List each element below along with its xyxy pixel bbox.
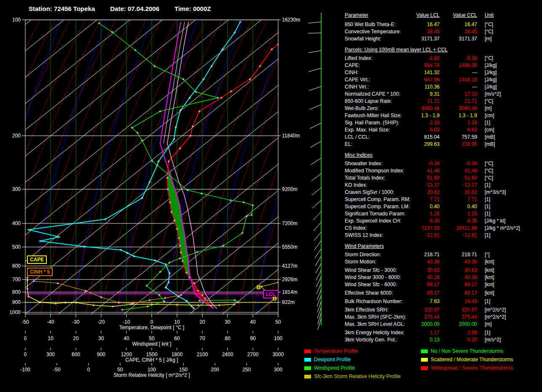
unit-label: [m] xyxy=(485,35,492,43)
value-lcl: 41.48 xyxy=(395,167,440,175)
table-header-row: ParameterValue LCLValue CCLUnit xyxy=(345,12,541,19)
altitude-label: 11840m xyxy=(282,133,300,139)
param-label: Sig. Hail Param. (SHIP): xyxy=(345,119,399,126)
value-ccl: 2.99 xyxy=(442,329,477,336)
value-lcl: 51.60 xyxy=(395,175,440,182)
windspeed-profile xyxy=(99,23,253,310)
value-lcl: 8.35 xyxy=(395,217,440,225)
value-lcl: 647.96 xyxy=(395,76,440,83)
windspeed-markers xyxy=(98,22,254,311)
wind-barb xyxy=(314,241,321,250)
wind-barb xyxy=(317,307,321,319)
unit-label: [mB] xyxy=(485,141,495,148)
param-label: Bulk Richardson Number: xyxy=(345,298,402,305)
table-row: 850-600 Lapse Rate:21.7121.71[°C] xyxy=(345,98,541,105)
unit-label: [1] xyxy=(485,329,490,336)
dry-adiabat-line xyxy=(101,20,207,314)
value-ccl: 0.20 xyxy=(442,336,477,344)
legend-severity-swatch xyxy=(421,366,428,370)
unit-label: [knt] xyxy=(485,290,494,297)
wind-barb xyxy=(314,232,321,241)
wind-barb xyxy=(310,123,321,129)
value-ccl: 218.71 xyxy=(442,251,477,258)
value-lcl: 141.32 xyxy=(395,69,440,76)
wind-barb xyxy=(317,295,321,306)
unit-label: [m/s^2] xyxy=(485,91,501,98)
table-row: Lifted Index:-2.63-5.38[°C] xyxy=(345,55,541,62)
pressure-label-1000: 1000 xyxy=(9,309,21,315)
wind-barb xyxy=(314,222,321,231)
value-lcl: 30.63 xyxy=(395,267,440,274)
param-label: Storm Direction: xyxy=(345,251,381,258)
isotherm-line xyxy=(0,20,163,314)
altitude-label: 4127m xyxy=(282,263,298,269)
wind-barb xyxy=(308,33,321,33)
unit-label: [°] xyxy=(485,251,489,258)
legend-severity-label: Widespread / Severe Thunderstorms xyxy=(431,365,513,371)
param-label: Wet-Bulb Zero: xyxy=(345,105,378,112)
value-ccl: 51.60 xyxy=(442,175,477,182)
dry-adiabat-line xyxy=(40,20,146,314)
table-row: Wind Shear Sfc - 6000:69.1769.17[knt] xyxy=(345,281,541,288)
unit-label: [m^2/s^2] xyxy=(485,306,506,314)
table-row: Max. 3km SRH Level AGL:2000.002000.00[m] xyxy=(345,321,541,328)
unit-label: [1] xyxy=(485,298,490,305)
parcel-white-profile xyxy=(164,22,185,143)
param-label: CAPE: xyxy=(345,62,360,69)
section-header-1: Parcels: Using 100mB mean layer LCL + CC… xyxy=(345,46,541,54)
wind-barb xyxy=(312,188,321,195)
value-ccl: -12.81 xyxy=(442,232,477,239)
param-label: LCL / CCL: xyxy=(345,134,370,141)
legend-profile-item: Dewpoint Profile xyxy=(304,355,400,364)
unit-label: [m/s^2] xyxy=(485,336,501,344)
srh-marker-2: 2 xyxy=(257,285,260,289)
srh-axis-title: Storm Relative Helicity [ m^2/s^2 ] xyxy=(113,372,190,378)
value-ccl: 3060.48 xyxy=(442,105,477,112)
unit-label: [1] xyxy=(485,232,490,239)
value-ccl: 1488.35 xyxy=(442,62,477,69)
value-lcl: 815.04 xyxy=(395,134,440,141)
table-row: Effective Shear 6000:69.1769.17[knt] xyxy=(345,290,541,297)
table-row: Fawbush-Miller Hail Size:1.3 - 1.91.3 - … xyxy=(345,112,541,119)
table-row: Total Totals Index:51.6051.60[°C] xyxy=(345,175,541,182)
table-row: Wet-Bulb Zero:3060.483060.48[m] xyxy=(345,105,541,112)
temperature-axis-label: -10 xyxy=(123,319,130,325)
wind-barb xyxy=(308,22,321,23)
dry-adiabat-line xyxy=(177,20,282,314)
cape-axis-label: 300 xyxy=(46,352,55,357)
cape-axis-label: 3000 xyxy=(273,352,284,357)
section-header-3: Wind Parameters xyxy=(345,243,541,250)
wind-barb xyxy=(317,301,321,312)
cape-axis-title: CAPE, CINH * 5 [ J/kg ] xyxy=(125,357,178,363)
table-row: LCL / CCL:815.04757.59[mB] xyxy=(345,134,541,141)
windspeed-axis-label: 40 xyxy=(123,336,129,341)
wind-barb xyxy=(309,86,321,91)
param-label: Exp. Supercell Index CH: xyxy=(345,217,401,225)
windspeed-axis-label: 30 xyxy=(98,336,104,341)
param-label: 3km Effective SRH: xyxy=(345,306,389,314)
table-row: Supercell Comp. Param. RM:7.717.71[1] xyxy=(345,196,541,203)
unit-label: [°C] xyxy=(485,21,493,28)
unit-label: [1] xyxy=(485,203,490,210)
value-ccl: 18421.86 xyxy=(442,225,477,232)
temperature-axis-label: 50 xyxy=(275,319,281,325)
value-lcl: 7.71 xyxy=(395,196,440,203)
legend-profile-label: Windspeed Profile xyxy=(314,365,355,371)
value-lcl: -13.17 xyxy=(395,182,440,189)
table-row: CS Index:7237.5318421.86[J/kg * m^2/s^2] xyxy=(345,225,541,232)
value-lcl: 20.82 xyxy=(395,189,440,196)
unit-label: [1] xyxy=(485,182,490,189)
unit-label: [°C] xyxy=(485,167,493,175)
cape-axis-label: 2100 xyxy=(197,352,208,357)
isotherm-line xyxy=(0,20,360,314)
dry-adiabat-line xyxy=(162,20,267,314)
unit-label: [°C] xyxy=(485,28,493,35)
wind-barb xyxy=(315,256,321,266)
dry-adiabat-line xyxy=(0,20,24,314)
header-parameter: Parameter xyxy=(345,12,368,19)
altitude-label: 9200m xyxy=(282,186,298,192)
table-row: 850 Wet Bulb Theta-E:16.4716.47[°C] xyxy=(345,21,541,28)
table-row: 3km Vorticity Gen. Pot.:0.130.20[m/s^2] xyxy=(345,336,541,344)
table-row: Modified Thompson Index:41.4841.48[°C] xyxy=(345,167,541,175)
unit-label: [J/kg] xyxy=(485,83,497,91)
